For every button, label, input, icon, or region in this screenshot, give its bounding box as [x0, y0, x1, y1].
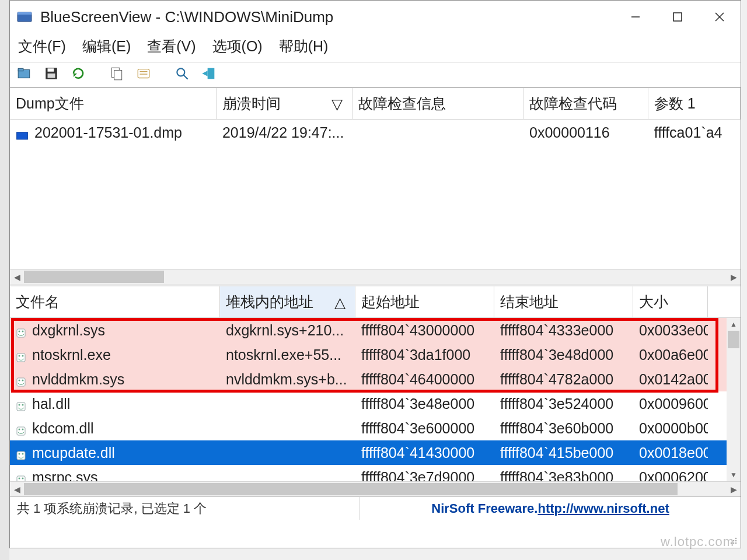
exit-icon[interactable]	[200, 65, 218, 82]
find-icon[interactable]	[173, 65, 191, 82]
module-row[interactable]: mcupdate.dllfffff804`41430000fffff804`41…	[10, 440, 741, 465]
scroll-right-icon[interactable]: ▶	[727, 482, 741, 496]
nirsoft-link[interactable]: http://www.nirsoft.net	[537, 501, 669, 516]
titlebar: BlueScreenView - C:\WINDOWS\MiniDump	[10, 1, 741, 33]
menubar: 文件(F) 编辑(E) 查看(V) 选项(O) 帮助(H)	[10, 33, 741, 62]
module-row[interactable]: nvlddmkm.sysnvlddmkm.sys+b...fffff804`46…	[10, 367, 741, 391]
menu-file[interactable]: 文件(F)	[18, 37, 66, 56]
copy-icon[interactable]	[108, 65, 125, 82]
open-folder-icon[interactable]	[16, 65, 33, 82]
svg-rect-3	[673, 13, 682, 21]
menu-view[interactable]: 查看(V)	[147, 37, 196, 56]
svg-rect-13	[138, 69, 149, 78]
svg-rect-1	[18, 12, 32, 15]
svg-point-23	[22, 331, 24, 332]
dump-list-body: 202001-17531-01.dmp 2019/4/22 19:47:... …	[10, 120, 741, 269]
close-button[interactable]	[699, 1, 741, 33]
dump-hscrollbar[interactable]: ◀ ▶	[10, 269, 741, 284]
svg-point-41	[22, 478, 24, 480]
module-list-pane: 文件名 堆栈内的地址 △ 起始地址 结束地址 大小 dxgkrnl.sysdxg…	[10, 286, 741, 496]
module-row[interactable]: ntoskrnl.exentoskrnl.exe+55...fffff804`3…	[10, 342, 741, 367]
svg-point-22	[19, 331, 20, 332]
col-dump-file[interactable]: Dump文件	[10, 88, 217, 119]
properties-icon[interactable]	[135, 65, 152, 82]
sort-desc-icon: ▽	[331, 95, 343, 112]
svg-rect-12	[114, 71, 122, 80]
svg-point-29	[22, 380, 24, 382]
scroll-right-icon[interactable]: ▶	[727, 270, 741, 284]
svg-point-40	[19, 478, 20, 480]
svg-point-35	[22, 429, 24, 430]
module-list-header: 文件名 堆栈内的地址 △ 起始地址 结束地址 大小	[10, 286, 741, 318]
svg-rect-18	[208, 68, 215, 79]
save-icon[interactable]	[43, 65, 60, 82]
col-filename[interactable]: 文件名	[10, 286, 220, 317]
scroll-down-icon[interactable]: ▼	[727, 468, 741, 481]
col-param1[interactable]: 参数 1	[648, 88, 741, 119]
module-file-icon	[16, 325, 26, 335]
svg-rect-7	[18, 68, 23, 71]
module-file-icon	[16, 398, 26, 409]
module-list-body: dxgkrnl.sysdxgkrnl.sys+210...fffff804`43…	[10, 318, 741, 481]
menu-edit[interactable]: 编辑(E)	[82, 37, 131, 56]
refresh-icon[interactable]	[69, 65, 87, 82]
svg-point-47	[735, 542, 737, 544]
minimize-button[interactable]	[615, 1, 657, 33]
scroll-left-icon[interactable]: ◀	[10, 270, 24, 284]
col-to-address[interactable]: 结束地址	[494, 286, 633, 317]
col-from-address[interactable]: 起始地址	[355, 286, 494, 317]
module-hscrollbar[interactable]: ◀ ▶	[10, 481, 741, 496]
application-window: BlueScreenView - C:\WINDOWS\MiniDump 文件(…	[9, 0, 741, 548]
module-row[interactable]: hal.dllfffff804`3e48e000fffff804`3e52400…	[10, 391, 741, 416]
sort-asc-icon: △	[334, 293, 345, 310]
svg-rect-10	[48, 74, 55, 78]
svg-rect-20	[17, 132, 27, 139]
dump-list-pane: Dump文件 崩溃时间 ▽ 故障检查信息 故障检查代码 参数 1 202001-…	[10, 88, 741, 284]
svg-point-31	[19, 404, 20, 406]
module-file-icon	[16, 349, 26, 360]
module-file-icon	[16, 423, 26, 433]
module-row[interactable]: kdcom.dllfffff804`3e600000fffff804`3e60b…	[10, 416, 741, 440]
svg-point-26	[22, 355, 24, 357]
col-stack-address[interactable]: 堆栈内的地址 △	[220, 286, 355, 317]
svg-point-38	[22, 453, 24, 455]
maximize-button[interactable]	[657, 1, 699, 33]
menu-help[interactable]: 帮助(H)	[279, 37, 329, 56]
module-file-icon	[16, 447, 26, 458]
status-text: 共 1 项系统崩溃记录, 已选定 1 个	[10, 497, 360, 520]
col-bugcheck-code[interactable]: 故障检查代码	[523, 88, 648, 119]
svg-point-25	[19, 355, 20, 357]
svg-line-17	[183, 75, 188, 79]
module-vscrollbar[interactable]: ▲ ▼	[727, 318, 741, 481]
dump-list-header: Dump文件 崩溃时间 ▽ 故障检查信息 故障检查代码 参数 1	[10, 88, 741, 120]
status-link-area: NirSoft Freeware. http://www.nirsoft.net	[360, 501, 741, 516]
watermark-text: w.lotpc.com	[661, 534, 734, 550]
scroll-left-icon[interactable]: ◀	[10, 482, 24, 496]
module-file-icon	[16, 472, 26, 481]
statusbar: 共 1 项系统崩溃记录, 已选定 1 个 NirSoft Freeware. h…	[10, 496, 741, 520]
col-crash-time[interactable]: 崩溃时间 ▽	[217, 88, 352, 119]
svg-rect-39	[17, 476, 25, 481]
module-row[interactable]: dxgkrnl.sysdxgkrnl.sys+210...fffff804`43…	[10, 318, 741, 342]
svg-point-42	[735, 538, 737, 540]
svg-point-44	[735, 540, 737, 542]
svg-point-32	[22, 404, 24, 406]
svg-point-37	[19, 453, 20, 455]
toolbar	[10, 62, 741, 88]
svg-point-34	[19, 429, 20, 430]
col-bugcheck-string[interactable]: 故障检查信息	[352, 88, 523, 119]
window-title: BlueScreenView - C:\WINDOWS\MiniDump	[40, 8, 615, 26]
dump-file-icon	[16, 128, 29, 138]
svg-point-28	[19, 380, 20, 382]
module-file-icon	[16, 374, 26, 384]
svg-rect-9	[48, 68, 54, 71]
module-row[interactable]: msrpc.sysfffff804`3e7d9000fffff804`3e83b…	[10, 465, 741, 481]
scroll-up-icon[interactable]: ▲	[727, 318, 741, 331]
dump-row[interactable]: 202001-17531-01.dmp 2019/4/22 19:47:... …	[10, 120, 741, 146]
col-size[interactable]: 大小	[633, 286, 708, 317]
menu-options[interactable]: 选项(O)	[212, 37, 263, 56]
app-icon	[17, 10, 33, 23]
